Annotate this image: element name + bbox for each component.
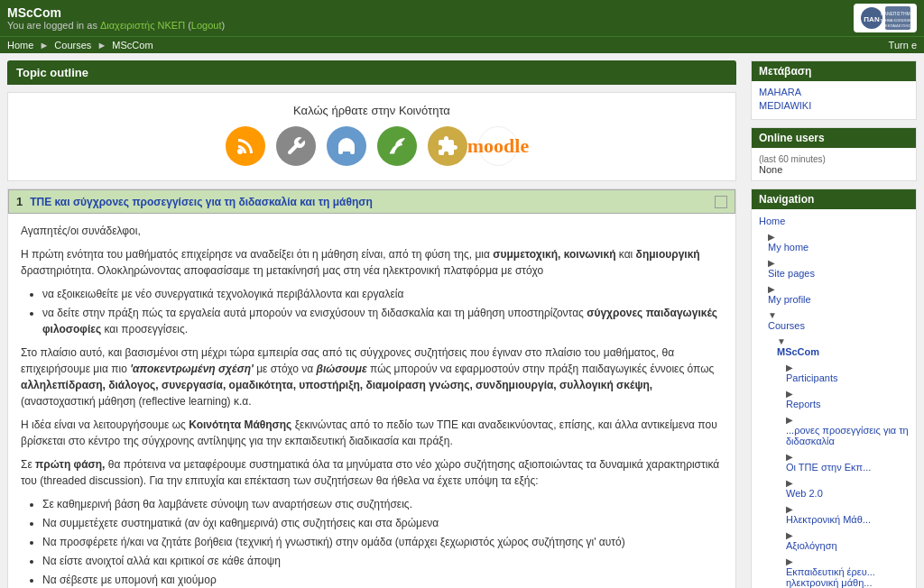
rss-icon — [226, 126, 265, 166]
para1-bold2: δημιουργική — [636, 248, 700, 261]
welcome-icons: moodle — [19, 126, 725, 166]
welcome-box: Καλώς ήρθατε στην Κοινότητα — [7, 92, 736, 181]
para4-bold: πρώτη φάση, — [35, 458, 105, 471]
para3-bold: Κοινότητα Μάθησης — [189, 418, 291, 431]
turn-editing[interactable]: Turn e — [889, 40, 917, 51]
para1: Η πρώτη ενότητα του μαθήματός επιχείρησε… — [21, 246, 723, 279]
nav-ekpaid[interactable]: ▶Εκπαιδευτική έρευ... ηλεκτρονική μάθη..… — [759, 555, 909, 588]
bullet1: να εξοικειωθείτε με νέο συνεργατικά τεχν… — [42, 286, 723, 302]
navigation-content: Home ▶My home ▶Site pages ▶My profile ▼C… — [752, 209, 916, 588]
topic-number: 1 — [16, 195, 23, 208]
nav-topic2[interactable]: ▶Οι ΤΠΕ στην Εκπ... — [759, 450, 909, 476]
header-left: MScCom You are logged in as Διαχειριστής… — [7, 5, 225, 31]
nav-myhome[interactable]: ▶My home — [759, 230, 909, 256]
nav-elearning[interactable]: ▶Ηλεκτρονική Μάθ... — [759, 502, 909, 528]
online-users-header: Online users — [752, 128, 916, 148]
bullet2: να δείτε στην πράξη πώς τα εργαλεία αυτά… — [42, 305, 723, 337]
leaf-icon — [377, 126, 417, 166]
header: MScCom You are logged in as Διαχειριστής… — [0, 0, 924, 36]
headphones-icon — [327, 126, 366, 166]
bullets1: να εξοικειωθείτε με νέο συνεργατικά τεχν… — [42, 286, 723, 337]
mahara-link[interactable]: MAHARA — [759, 87, 909, 97]
nav-myprofile[interactable]: ▶My profile — [759, 282, 909, 308]
bullet2-2: Να συμμετέχετε συστηματικά (αν όχι καθημ… — [42, 515, 723, 531]
bullet2-rest: και προσεγγίσεις. — [105, 323, 189, 335]
metavasi-header: Μετάβαση — [752, 61, 916, 81]
navigation-header: Navigation — [752, 189, 916, 209]
para1-bold: συμμετοχική, κοινωνική — [493, 248, 615, 261]
topic-section: 1 ΤΠΕ και σύγχρονες προσεγγίσεις για τη … — [7, 188, 736, 588]
topic-title: ΤΠΕ και σύγχρονες προσεγγίσεις για τη δι… — [30, 196, 707, 208]
para1-and: και — [619, 248, 636, 261]
para2: Στο πλαίσιο αυτό, και βασισμένοι στη μέχ… — [21, 345, 723, 409]
bullet2-3: Να προσφέρετε ή/και να ζητάτε βοήθεια (τ… — [42, 534, 723, 550]
nav-sitepages[interactable]: ▶Site pages — [759, 256, 909, 282]
nav-courses[interactable]: ▼Courses — [759, 308, 909, 335]
topic-outline-header: Topic outline — [7, 60, 736, 85]
bullet2-5: Να σέβεστε με υπομονή και χιούμορ — [42, 572, 723, 588]
para4: Σε πρώτη φάση, θα πρότεινα να μεταφέρουμ… — [21, 456, 723, 489]
topic-section-header: 1 ΤΠΕ και σύγχρονες προσεγγίσεις για τη … — [8, 189, 735, 214]
main-content: Topic outline Καλώς ήρθατε στην Κοινότητ… — [0, 53, 744, 588]
tools-icon — [276, 126, 316, 166]
home-link[interactable]: Home — [7, 40, 33, 51]
welcome-title: Καλώς ήρθατε στην Κοινότητα — [19, 104, 725, 117]
breadcrumb-sep1: ► — [39, 40, 51, 51]
metavasi-block: Μετάβαση MAHARA MEDIAWIKI — [751, 60, 917, 120]
online-value: None — [759, 164, 782, 175]
moodle-logo: moodle — [478, 126, 518, 166]
courses-link[interactable]: Courses — [54, 40, 91, 51]
bullet2-4: Να είστε ανοιχτοί αλλά και κριτικοί σε κ… — [42, 553, 723, 569]
svg-text:ΤΜΗΜΑ ΚΟΙΝΩΝΙΚΗΣ: ΤΜΗΜΑ ΚΟΙΝΩΝΙΚΗΣ — [880, 18, 912, 23]
para2-italic2: βιώσουμε — [317, 363, 367, 375]
breadcrumb-sep2: ► — [97, 40, 109, 51]
online-note: (last 60 minutes) — [759, 154, 826, 164]
para3: Η ιδέα είναι να λειτουργήσουμε ως Κοινότ… — [21, 417, 723, 449]
username-link[interactable]: Διαχειριστής ΝΚΕΠ — [100, 20, 185, 31]
topic-checkbox[interactable] — [715, 196, 727, 208]
breadcrumb-links: Home ► Courses ► MScCom — [7, 40, 153, 51]
topic-body: Αγαπητές/οι συνάδελφοι, Η πρώτη ενότητα … — [8, 214, 735, 588]
breadcrumb: Home ► Courses ► MScCom Turn e — [0, 36, 924, 53]
para2-italic: 'αποκεντρωμένη σχέση' — [130, 363, 254, 375]
logged-in-text: You are logged in as — [7, 20, 97, 31]
nav-topic1[interactable]: ▶...ρονες προσεγγίσεις για τη διδασκαλία — [759, 413, 909, 450]
logout-link[interactable]: Logout — [191, 20, 222, 31]
nav-home[interactable]: Home — [759, 215, 909, 230]
layout: Topic outline Καλώς ήρθατε στην Κοινότητ… — [0, 53, 924, 588]
metavasi-content: MAHARA MEDIAWIKI — [752, 81, 916, 119]
svg-text:ΠΑΝ: ΠΑΝ — [864, 15, 880, 23]
msccom-link[interactable]: MScCom — [112, 40, 152, 51]
nav-web20[interactable]: ▶Web 2.0 — [759, 476, 909, 502]
svg-text:ΕΚΠΑΙΔΕΥΣΗΣ: ΕΚΠΑΙΔΕΥΣΗΣ — [885, 23, 910, 28]
svg-point-6 — [237, 149, 243, 154]
university-logo: ΠΑΝ ΠΑΝΕΠΙΣΤΗΜΙΟ ΤΜΗΜΑ ΚΟΙΝΩΝΙΚΗΣ ΕΚΠΑΙΔ… — [854, 4, 917, 32]
header-subtitle: You are logged in as Διαχειριστής ΝΚΕΠ (… — [7, 20, 225, 31]
nav-reports[interactable]: ▶Reports — [759, 387, 909, 413]
puzzle-icon — [428, 126, 467, 166]
para2-bold-items: αλληλεπίδραση, διάλογος, συνεργασία, ομα… — [21, 379, 652, 391]
svg-text:ΠΑΝΕΠΙΣΤΗΜΙΟ: ΠΑΝΕΠΙΣΤΗΜΙΟ — [881, 11, 912, 16]
greeting: Αγαπητές/οι συνάδελφοι, — [21, 223, 723, 239]
mediawiki-link[interactable]: MEDIAWIKI — [759, 100, 909, 111]
para1-rest: δραστηριότητα. Ολοκληρώνοντας αποφασίσαμ… — [21, 264, 543, 277]
moodle-text: moodle — [467, 134, 529, 158]
nav-participants[interactable]: ▶Participants — [759, 361, 909, 387]
online-users-block: Online users (last 60 minutes) None — [751, 127, 917, 181]
site-title: MScCom — [7, 5, 225, 20]
para1-start: Η πρώτη ενότητα του μαθήματός επιχείρησε… — [21, 248, 493, 261]
bullets2: Σε καθημερινή βάση θα λαμβάνετε σύνοψη τ… — [42, 496, 723, 588]
sidebar: Μετάβαση MAHARA MEDIAWIKI Online users (… — [744, 53, 924, 588]
nav-msccom[interactable]: ▼MScCom — [759, 335, 909, 361]
nav-axiol[interactable]: ▶Αξιολόγηση — [759, 528, 909, 555]
bullet2-1: Σε καθημερινή βάση θα λαμβάνετε σύνοψη τ… — [42, 496, 723, 512]
navigation-block: Navigation Home ▶My home ▶Site pages ▶My… — [751, 188, 917, 588]
online-users-content: (last 60 minutes) None — [752, 148, 916, 180]
